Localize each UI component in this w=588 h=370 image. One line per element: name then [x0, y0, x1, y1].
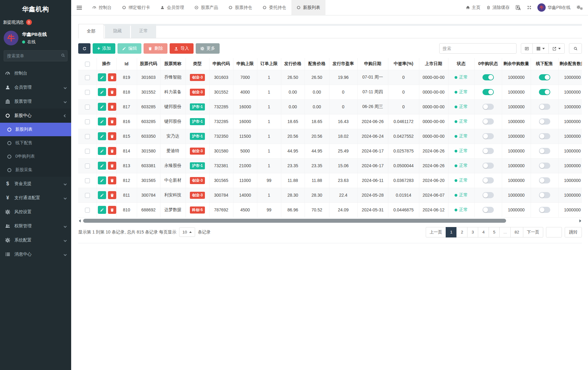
- row-checkbox[interactable]: [85, 90, 90, 95]
- page-5[interactable]: 5: [489, 227, 500, 237]
- edit-row-button[interactable]: [98, 88, 106, 96]
- filter-tab-hidden[interactable]: 隐藏: [105, 24, 130, 38]
- sidebar-item-stocks[interactable]: 股票管理: [0, 94, 71, 109]
- language-button[interactable]: [516, 5, 521, 10]
- scroll-right-icon[interactable]: [579, 219, 581, 222]
- edit-row-button[interactable]: [98, 103, 106, 111]
- sidebar-item-payment-channels[interactable]: ¥支付通道配置: [0, 191, 71, 205]
- edit-row-button[interactable]: [98, 118, 106, 125]
- next-page[interactable]: 下一页: [523, 227, 544, 237]
- scroll-left-icon[interactable]: [79, 219, 81, 222]
- offline-placement-toggle[interactable]: [539, 163, 550, 169]
- delete-row-button[interactable]: [108, 147, 116, 155]
- table-search-input[interactable]: [439, 43, 517, 54]
- columns-dropdown-button[interactable]: [532, 43, 549, 54]
- edit-row-button[interactable]: [98, 176, 106, 184]
- card-view-button[interactable]: [521, 43, 533, 54]
- edit-row-button[interactable]: [98, 147, 106, 155]
- row-checkbox[interactable]: [85, 178, 90, 183]
- zero-sub-toggle[interactable]: [482, 104, 494, 110]
- fullscreen-button[interactable]: [527, 6, 531, 10]
- zero-sub-toggle[interactable]: [482, 74, 494, 80]
- zero-sub-toggle[interactable]: [482, 177, 494, 183]
- page-1[interactable]: 1: [446, 227, 457, 237]
- home-link[interactable]: 主页: [466, 5, 480, 10]
- delete-row-button[interactable]: [108, 206, 116, 214]
- more-button[interactable]: 更多: [196, 43, 220, 54]
- row-checkbox[interactable]: [85, 208, 90, 213]
- tab-entrust-positions[interactable]: 委托持仓: [257, 0, 291, 15]
- menu-toggle-icon[interactable]: [71, 0, 87, 15]
- filter-tab-all[interactable]: 全部: [78, 24, 104, 38]
- delete-row-button[interactable]: [108, 118, 116, 125]
- delete-row-button[interactable]: [108, 132, 116, 140]
- delete-button[interactable]: 删除: [144, 43, 167, 54]
- page-4[interactable]: 4: [478, 227, 489, 237]
- edit-row-button[interactable]: [98, 132, 106, 140]
- edit-button[interactable]: 编辑: [117, 43, 141, 54]
- sidebar-item-message-center[interactable]: 消息中心: [0, 247, 71, 261]
- page-2[interactable]: 2: [456, 227, 467, 237]
- zero-sub-toggle[interactable]: [482, 192, 494, 198]
- offline-placement-toggle[interactable]: [539, 104, 550, 110]
- sidebar-item-risk-control[interactable]: 风控设置: [0, 205, 71, 219]
- delete-row-button[interactable]: [108, 176, 116, 184]
- zero-sub-toggle[interactable]: [482, 89, 494, 95]
- row-checkbox[interactable]: [85, 134, 90, 139]
- offline-placement-toggle[interactable]: [539, 148, 550, 154]
- sidebar-item-zero-subscription-list[interactable]: 0申购列表: [0, 150, 71, 163]
- prev-page[interactable]: 上一页: [426, 227, 446, 237]
- export-dropdown-button[interactable]: [548, 43, 565, 54]
- sidebar-item-ipo-center[interactable]: 新股中心: [0, 109, 71, 123]
- row-checkbox[interactable]: [85, 193, 90, 198]
- page-82[interactable]: 82: [510, 227, 523, 237]
- offline-placement-toggle[interactable]: [539, 133, 550, 139]
- search-button[interactable]: [569, 43, 582, 54]
- clear-cache-link[interactable]: 清除缓存: [486, 5, 509, 10]
- user-menu[interactable]: 牛 华鑫PB在线: [537, 3, 571, 12]
- sidebar-search-input[interactable]: [4, 50, 67, 61]
- row-checkbox[interactable]: [85, 75, 90, 80]
- zero-sub-toggle[interactable]: [482, 118, 494, 125]
- offline-placement-toggle[interactable]: [539, 207, 550, 213]
- tab-members[interactable]: 会员管理: [155, 0, 189, 15]
- jump-page-input[interactable]: [546, 227, 562, 237]
- sidebar-item-offline-placement[interactable]: 线下配售: [0, 136, 71, 150]
- select-all-checkbox[interactable]: [85, 62, 90, 67]
- settings-button[interactable]: [577, 5, 583, 10]
- sidebar-item-funds[interactable]: $资金充提: [0, 177, 71, 191]
- withdraw-notice-link[interactable]: 新提现消息 0: [0, 17, 71, 28]
- zero-sub-toggle[interactable]: [482, 207, 494, 213]
- tab-ipo-list[interactable]: 新股列表: [291, 0, 325, 15]
- delete-row-button[interactable]: [108, 162, 116, 170]
- offline-placement-toggle[interactable]: [539, 89, 550, 95]
- tab-stock-products[interactable]: 股票产品: [189, 0, 223, 15]
- delete-row-button[interactable]: [108, 103, 116, 111]
- sidebar-item-dashboard[interactable]: 控制台: [0, 66, 71, 80]
- zero-sub-toggle[interactable]: [482, 133, 494, 139]
- offline-placement-toggle[interactable]: [539, 177, 550, 183]
- edit-row-button[interactable]: [98, 191, 106, 199]
- offline-placement-toggle[interactable]: [539, 74, 550, 80]
- offline-placement-toggle[interactable]: [539, 118, 550, 125]
- scrollbar-thumb[interactable]: [83, 219, 506, 223]
- page-3[interactable]: 3: [467, 227, 478, 237]
- jump-button[interactable]: 跳转: [565, 227, 582, 237]
- offline-placement-toggle[interactable]: [539, 192, 550, 198]
- sidebar-item-system-config[interactable]: 系统配置: [0, 233, 71, 247]
- row-checkbox[interactable]: [85, 164, 90, 168]
- sidebar-item-ipo-list[interactable]: 新股列表: [0, 123, 71, 136]
- row-checkbox[interactable]: [85, 105, 90, 110]
- delete-row-button[interactable]: [108, 88, 116, 96]
- zero-sub-toggle[interactable]: [482, 163, 494, 169]
- filter-tab-normal[interactable]: 正常: [131, 24, 156, 38]
- zero-sub-toggle[interactable]: [482, 148, 494, 154]
- page-size-dropdown[interactable]: 10: [179, 227, 195, 237]
- tab-stock-positions[interactable]: 股票持仓: [223, 0, 257, 15]
- row-checkbox[interactable]: [85, 149, 90, 154]
- delete-row-button[interactable]: [108, 191, 116, 199]
- tab-bind-bank-card[interactable]: 绑定银行卡: [117, 0, 155, 15]
- sidebar-item-permissions[interactable]: 权限管理: [0, 219, 71, 233]
- delete-row-button[interactable]: [108, 73, 116, 81]
- tab-dashboard[interactable]: 控制台: [87, 0, 117, 15]
